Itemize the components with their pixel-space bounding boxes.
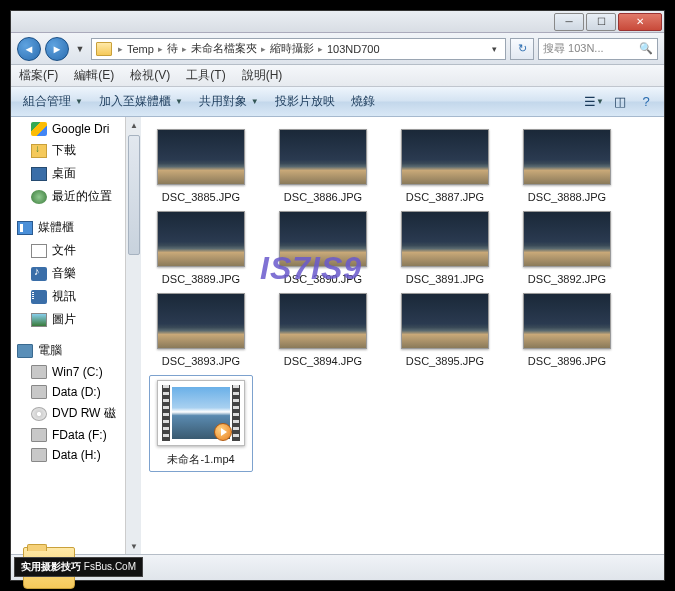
command-bar: 組合管理▼ 加入至媒體櫃▼ 共用對象▼ 投影片放映 燒錄 ☰ ▼ ◫ ? — [11, 87, 664, 117]
image-thumbnail — [157, 293, 245, 349]
breadcrumb-item[interactable]: Temp — [125, 43, 156, 55]
sidebar-item-drive-f[interactable]: FData (F:) — [11, 425, 141, 445]
search-placeholder: 搜尋 103N... — [543, 41, 604, 56]
breadcrumb-item[interactable]: 縮時攝影 — [268, 41, 316, 56]
image-thumbnail — [523, 293, 611, 349]
sidebar-header-libraries[interactable]: 媒體櫃 — [11, 216, 141, 239]
file-item[interactable]: DSC_3895.JPG — [393, 293, 497, 367]
refresh-button[interactable]: ↻ — [510, 38, 534, 60]
view-options-button[interactable]: ☰ ▼ — [584, 92, 604, 112]
navigation-pane: Google Dri 下載 桌面 最近的位置 媒體櫃 文件 音樂 視訊 圖片 電… — [11, 117, 141, 554]
menu-bar: 檔案(F) 編輯(E) 檢視(V) 工具(T) 說明(H) — [11, 65, 664, 87]
filmstrip-icon — [162, 385, 170, 441]
sidebar-item-recent[interactable]: 最近的位置 — [11, 185, 141, 208]
video-thumbnail — [157, 380, 245, 446]
scroll-up-icon[interactable]: ▲ — [126, 117, 141, 133]
scrollbar-thumb[interactable] — [128, 135, 140, 255]
search-icon: 🔍 — [639, 42, 653, 55]
nav-history-dropdown[interactable]: ▼ — [73, 39, 87, 59]
document-icon — [31, 244, 47, 258]
gdrive-icon — [31, 122, 47, 136]
hdd-icon — [31, 428, 47, 442]
file-item[interactable]: DSC_3890.JPG — [271, 211, 375, 285]
add-to-library-button[interactable]: 加入至媒體櫃▼ — [95, 91, 187, 112]
image-thumbnail — [157, 129, 245, 185]
file-name: DSC_3891.JPG — [406, 273, 484, 285]
breadcrumb-item[interactable]: 103ND700 — [325, 43, 382, 55]
close-button[interactable]: ✕ — [618, 13, 662, 31]
sidebar-header-computer[interactable]: 電腦 — [11, 339, 141, 362]
maximize-button[interactable]: ☐ — [586, 13, 616, 31]
file-item[interactable]: DSC_3889.JPG — [149, 211, 253, 285]
minimize-button[interactable]: ─ — [554, 13, 584, 31]
share-with-button[interactable]: 共用對象▼ — [195, 91, 263, 112]
image-thumbnail — [279, 129, 367, 185]
video-icon — [31, 290, 47, 304]
image-thumbnail — [401, 293, 489, 349]
breadcrumb-bar[interactable]: ▸ Temp▸ 待▸ 未命名檔案夾▸ 縮時攝影▸ 103ND700 ▾ — [91, 38, 506, 60]
menu-tools[interactable]: 工具(T) — [186, 67, 225, 84]
title-bar: ─ ☐ ✕ — [11, 11, 664, 33]
file-name: DSC_3888.JPG — [528, 191, 606, 203]
menu-view[interactable]: 檢視(V) — [130, 67, 170, 84]
dvd-icon — [31, 407, 47, 421]
breadcrumb-item[interactable]: 待 — [165, 41, 180, 56]
file-item[interactable]: DSC_3893.JPG — [149, 293, 253, 367]
file-item[interactable]: DSC_3886.JPG — [271, 129, 375, 203]
file-item[interactable]: DSC_3887.JPG — [393, 129, 497, 203]
sidebar-item-desktop[interactable]: 桌面 — [11, 162, 141, 185]
file-item-selected[interactable]: 未命名-1.mp4 — [149, 375, 253, 472]
sidebar-item-drive-dvd[interactable]: DVD RW 磁 — [11, 402, 141, 425]
back-button[interactable]: ◄ — [17, 37, 41, 61]
forward-button[interactable]: ► — [45, 37, 69, 61]
file-name: DSC_3895.JPG — [406, 355, 484, 367]
breadcrumb-item[interactable]: 未命名檔案夾 — [189, 41, 259, 56]
file-name: DSC_3893.JPG — [162, 355, 240, 367]
library-icon — [17, 221, 33, 235]
sidebar-item-drive-c[interactable]: Win7 (C:) — [11, 362, 141, 382]
menu-edit[interactable]: 編輯(E) — [74, 67, 114, 84]
search-input[interactable]: 搜尋 103N... 🔍 — [538, 38, 658, 60]
hdd-icon — [31, 385, 47, 399]
explorer-window: ─ ☐ ✕ ◄ ► ▼ ▸ Temp▸ 待▸ 未命名檔案夾▸ 縮時攝影▸ 103… — [10, 10, 665, 581]
computer-icon — [17, 344, 33, 358]
organize-button[interactable]: 組合管理▼ — [19, 91, 87, 112]
scroll-down-icon[interactable]: ▼ — [126, 538, 141, 554]
sidebar-item-drive-d[interactable]: Data (D:) — [11, 382, 141, 402]
file-name: DSC_3887.JPG — [406, 191, 484, 203]
sidebar-item-gdrive[interactable]: Google Dri — [11, 119, 141, 139]
file-name: DSC_3894.JPG — [284, 355, 362, 367]
file-name: DSC_3892.JPG — [528, 273, 606, 285]
file-item[interactable]: DSC_3885.JPG — [149, 129, 253, 203]
recent-icon — [31, 190, 47, 204]
file-name: DSC_3886.JPG — [284, 191, 362, 203]
file-item[interactable]: DSC_3894.JPG — [271, 293, 375, 367]
file-item[interactable]: DSC_3888.JPG — [515, 129, 619, 203]
burn-button[interactable]: 燒錄 — [347, 91, 379, 112]
desktop-icon — [31, 167, 47, 181]
filmstrip-icon — [232, 385, 240, 441]
help-button[interactable]: ? — [636, 92, 656, 112]
sidebar-item-pictures[interactable]: 圖片 — [11, 308, 141, 331]
play-icon — [214, 423, 232, 441]
sidebar-item-drive-h[interactable]: Data (H:) — [11, 445, 141, 465]
file-name: 未命名-1.mp4 — [167, 452, 234, 467]
sidebar-item-music[interactable]: 音樂 — [11, 262, 141, 285]
file-item[interactable]: DSC_3892.JPG — [515, 211, 619, 285]
site-watermark: 实用摄影技巧 FsBus.CoM — [14, 557, 143, 577]
sidebar-item-documents[interactable]: 文件 — [11, 239, 141, 262]
menu-file[interactable]: 檔案(F) — [19, 67, 58, 84]
image-thumbnail — [279, 293, 367, 349]
menu-help[interactable]: 說明(H) — [242, 67, 283, 84]
sidebar-item-videos[interactable]: 視訊 — [11, 285, 141, 308]
address-dropdown[interactable]: ▾ — [487, 39, 501, 59]
file-list-pane[interactable]: DSC_3885.JPG DSC_3886.JPG DSC_3887.JPG D… — [141, 117, 664, 554]
slideshow-button[interactable]: 投影片放映 — [271, 91, 339, 112]
sidebar-scrollbar[interactable]: ▲ ▼ — [125, 117, 141, 554]
file-name: DSC_3885.JPG — [162, 191, 240, 203]
file-item[interactable]: DSC_3896.JPG — [515, 293, 619, 367]
sidebar-item-downloads[interactable]: 下載 — [11, 139, 141, 162]
image-thumbnail — [157, 211, 245, 267]
preview-pane-button[interactable]: ◫ — [610, 92, 630, 112]
file-item[interactable]: DSC_3891.JPG — [393, 211, 497, 285]
